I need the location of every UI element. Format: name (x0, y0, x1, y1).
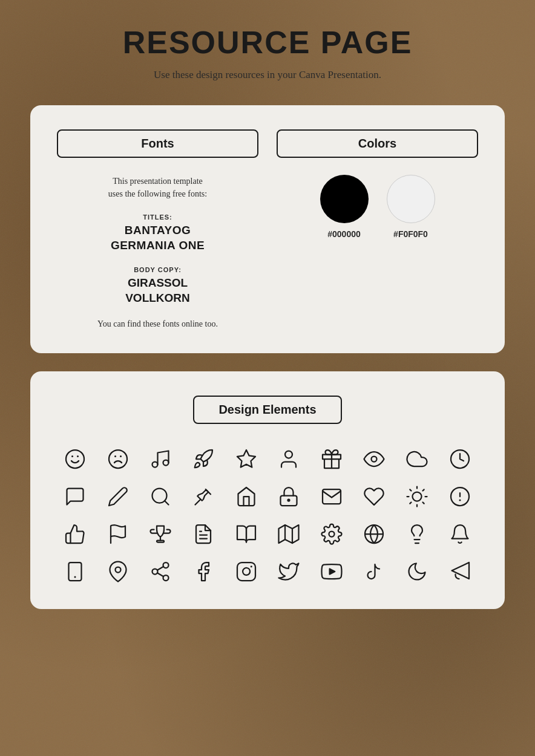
youtube-icon (318, 558, 345, 585)
twitter-icon (275, 558, 302, 585)
page-title: RESOURCE PAGE (30, 24, 505, 60)
fonts-description: This presentation template uses the foll… (57, 175, 258, 200)
eye-icon (361, 446, 387, 472)
svg-line-51 (157, 573, 163, 576)
svg-point-6 (153, 461, 158, 467)
map-icon (275, 521, 302, 547)
lightbulb-icon (404, 521, 430, 547)
colors-section-header: Colors (277, 129, 478, 158)
svg-rect-34 (157, 540, 164, 542)
svg-point-47 (115, 567, 120, 572)
header: RESOURCE PAGE Use these design resources… (30, 24, 505, 81)
bell-icon (447, 521, 473, 547)
instagram-icon (233, 558, 260, 585)
swatch-black: #000000 (320, 175, 369, 239)
svg-point-20 (413, 492, 422, 501)
fonts-colors-card: Fonts This presentation template uses th… (30, 105, 505, 353)
moon-icon (404, 558, 430, 585)
email-icon (318, 483, 345, 510)
location-icon (105, 558, 131, 585)
svg-point-50 (163, 575, 169, 581)
titles-fonts: BANTAYOGGERMANIA ONE (57, 223, 258, 253)
person-icon (275, 446, 302, 472)
music-icon (147, 446, 174, 472)
home-icon (233, 483, 260, 510)
fonts-section-header: Fonts (57, 129, 258, 158)
megaphone-icon (447, 558, 473, 585)
white-label: #F0F0F0 (393, 229, 428, 239)
svg-line-24 (423, 502, 424, 503)
svg-point-7 (163, 460, 169, 465)
page-subtitle: Use these design resources in your Canva… (30, 69, 505, 81)
svg-point-3 (109, 450, 127, 468)
gift-icon (318, 446, 345, 472)
lock-icon (275, 483, 302, 510)
svg-line-52 (157, 567, 163, 570)
svg-line-23 (410, 489, 411, 490)
cloud-icon (404, 446, 430, 472)
fonts-column: Fonts This presentation template uses th… (57, 129, 258, 329)
page-wrapper: RESOURCE PAGE Use these design resources… (0, 0, 535, 663)
svg-marker-8 (237, 450, 255, 468)
tiktok-icon (361, 558, 387, 585)
heart-icon (361, 483, 387, 510)
share-icon (147, 558, 174, 585)
svg-marker-37 (279, 525, 299, 543)
svg-line-16 (195, 499, 201, 504)
rocket-icon (190, 446, 217, 472)
swatch-white: #F0F0F0 (387, 175, 435, 239)
svg-rect-53 (237, 562, 255, 581)
sad-face-icon (105, 446, 131, 472)
book-icon (233, 521, 260, 547)
phone-icon (62, 558, 88, 585)
smiley-icon (62, 446, 88, 472)
sun-icon (404, 483, 430, 510)
two-col-layout: Fonts This presentation template uses th… (57, 129, 478, 329)
titles-label: TITLES: (57, 213, 258, 221)
svg-line-15 (165, 501, 169, 505)
black-circle (320, 175, 369, 223)
pin-icon (190, 483, 217, 510)
svg-line-28 (423, 489, 424, 490)
svg-line-27 (410, 502, 411, 503)
svg-point-0 (66, 450, 84, 468)
star-icon (233, 446, 260, 472)
facebook-icon (190, 558, 217, 585)
svg-point-19 (288, 499, 290, 501)
colors-column: Colors #000000 #F0F0F0 (277, 129, 478, 239)
body-fonts: GIRASSOLVOLLKORN (57, 276, 258, 305)
svg-point-12 (372, 456, 377, 461)
globe-icon (361, 521, 387, 547)
pencil-icon (105, 483, 131, 510)
svg-point-48 (163, 562, 169, 568)
design-elements-card: Design Elements (30, 371, 505, 609)
icons-grid (57, 446, 478, 585)
white-circle (387, 175, 435, 223)
document-icon (190, 521, 217, 547)
chat-icon (62, 483, 88, 510)
design-elements-header: Design Elements (193, 396, 341, 424)
svg-point-9 (285, 451, 292, 458)
svg-marker-55 (330, 569, 335, 574)
svg-point-40 (329, 531, 334, 536)
thumbs-up-icon (62, 521, 88, 547)
svg-point-49 (153, 569, 158, 574)
search-icon (147, 483, 174, 510)
placeholder-icon-1 (447, 483, 473, 510)
gear-icon (318, 521, 345, 547)
black-label: #000000 (327, 229, 361, 239)
fonts-footer: You can find these fonts online too. (57, 319, 258, 329)
swatches-container: #000000 #F0F0F0 (277, 175, 478, 239)
trophy-icon (147, 521, 174, 547)
flag-icon (105, 521, 131, 547)
body-label: BODY COPY: (57, 266, 258, 273)
clock-icon (447, 446, 473, 472)
